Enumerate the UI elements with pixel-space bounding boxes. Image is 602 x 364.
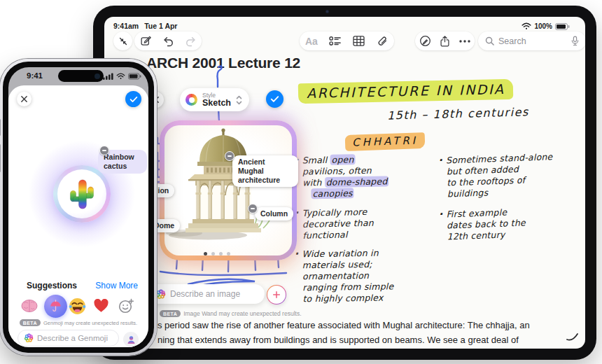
tools-pill (415, 31, 475, 50)
redo-button[interactable] (181, 31, 200, 50)
iphone-status-icons (103, 73, 141, 80)
chevron-up-down-icon (236, 95, 242, 105)
iphone-time: 9:41 (27, 71, 43, 80)
wifi-icon (522, 22, 531, 30)
share-icon[interactable] (435, 31, 454, 50)
bullet-first-example: First example dates back to the 12th cen… (446, 204, 585, 243)
battery-icon (555, 23, 570, 30)
attachment-icon[interactable] (373, 31, 391, 50)
person-button[interactable] (123, 332, 139, 347)
format-pill: Aa (300, 31, 394, 50)
remove-genmoji-label-button[interactable] (99, 146, 109, 155)
style-picker[interactable]: Style Sketch (180, 88, 249, 111)
dictation-icon[interactable] (571, 36, 579, 46)
edit-pill (134, 31, 202, 50)
genmoji-disclaimer: Genmoji may create unexpected results. (43, 320, 137, 326)
style-icon (186, 94, 197, 106)
suggestion-red-heart-icon[interactable] (92, 298, 109, 314)
ipad-time: 9:41am (113, 22, 139, 30)
bullets-left-column: Small open pavilions, often with dome-sh… (302, 154, 428, 304)
suggestions-title: Suggestions (27, 281, 77, 290)
genmoji-beta-line: BETA Genmoji may create unexpected resul… (8, 319, 148, 326)
bullet-standalone: Sometimes stand-alone but often added to… (446, 150, 585, 200)
genmoji-beta-badge: BETA (20, 319, 41, 326)
generated-chhatri-image (164, 125, 292, 255)
markup-icon[interactable] (416, 31, 434, 50)
wand-disclaimer: Image Wand may create unexpected results… (183, 310, 301, 317)
label-ancient-mughal: Ancient Mughal architecture (232, 155, 298, 187)
genmoji-close-button[interactable] (17, 92, 31, 106)
search-icon (485, 36, 494, 46)
iphone-device: 9:41 (0, 59, 157, 356)
remove-label-ancient-mughal-button[interactable] (225, 151, 234, 161)
table-icon[interactable] (349, 31, 368, 50)
ipad-camera (326, 10, 329, 13)
ipad-screen: 9:41am Tue 1 Apr 100% Aa (104, 17, 585, 349)
wand-beta-badge: BETA (160, 310, 181, 317)
compose-button[interactable] (136, 31, 155, 50)
text-format-button[interactable]: Aa (302, 31, 321, 50)
ipad-date: Tue 1 Apr (144, 22, 177, 30)
bullet-variation: Wide variation in materials used; orname… (302, 247, 428, 305)
show-more-link[interactable]: Show More (95, 281, 138, 290)
new-genmoji-icon[interactable] (117, 297, 135, 315)
bullet-pavilions: Small open pavilions, often with dome-sh… (302, 153, 428, 200)
iphone-screen: 9:41 (8, 67, 148, 347)
wifi-icon (116, 73, 125, 80)
typed-paragraph: s period saw the rise of another feature… (158, 318, 578, 347)
ipad-status-bar: 9:41am Tue 1 Apr (113, 22, 177, 30)
dynamic-island (58, 70, 104, 82)
search-placeholder: Search (498, 36, 567, 46)
iphone-volume-button (0, 144, 1, 172)
checklist-button[interactable] (326, 31, 344, 50)
bullet-decorative: Typically more decorative than functiona… (302, 205, 429, 241)
suggestion-brain-icon[interactable] (20, 297, 38, 315)
collapse-icon (114, 31, 132, 50)
bullets-right-column: Sometimes stand-alone but often added to… (447, 153, 585, 240)
ipad-status-right: 100% (522, 22, 570, 30)
ipad-battery-percent: 100% (534, 22, 552, 30)
iphone-action-button (0, 119, 1, 136)
genmoji-confirm-button[interactable] (125, 91, 141, 107)
generated-image-frame[interactable] (160, 120, 297, 260)
describe-genmoji-input[interactable]: Describe a Genmoji (18, 330, 119, 346)
describe-image-placeholder: Describe an image (170, 289, 240, 299)
cellular-icon (103, 73, 113, 80)
suggestion-umbrella-icon[interactable] (43, 294, 67, 318)
remove-label-column-button[interactable] (248, 204, 258, 214)
front-camera (94, 74, 100, 79)
ipad-device: 9:41am Tue 1 Apr 100% Aa (93, 6, 596, 360)
stage: 9:41am Tue 1 Apr 100% Aa (0, 0, 602, 364)
undo-button[interactable] (159, 31, 177, 50)
handwritten-subheading: 15th – 18th centuries (387, 105, 529, 122)
collapse-button[interactable] (113, 31, 132, 50)
battery-icon (128, 73, 141, 80)
handwritten-heading: ARCHITECTURE IN INDIA (298, 81, 514, 101)
rainbow-cactus-emoji (64, 176, 99, 211)
label-column: Column (255, 207, 293, 220)
more-icon[interactable] (456, 31, 474, 50)
page-dots[interactable] (204, 252, 230, 255)
intelligence-sparkle-icon (24, 333, 34, 343)
style-value: Sketch (202, 99, 231, 108)
wand-confirm-button[interactable] (266, 90, 284, 108)
handwritten-section: CHHATRI (345, 134, 426, 149)
describe-genmoji-placeholder: Describe a Genmoji (37, 334, 108, 342)
intelligence-sparkle-icon (155, 289, 166, 300)
describe-image-input[interactable]: Describe an image (148, 284, 265, 304)
wand-beta-line: BETA Image Wand may create unexpected re… (160, 310, 302, 317)
search-input[interactable]: Search (478, 31, 585, 50)
add-image-button[interactable] (267, 285, 286, 304)
suggestion-laughing-crying-icon[interactable] (68, 297, 86, 315)
